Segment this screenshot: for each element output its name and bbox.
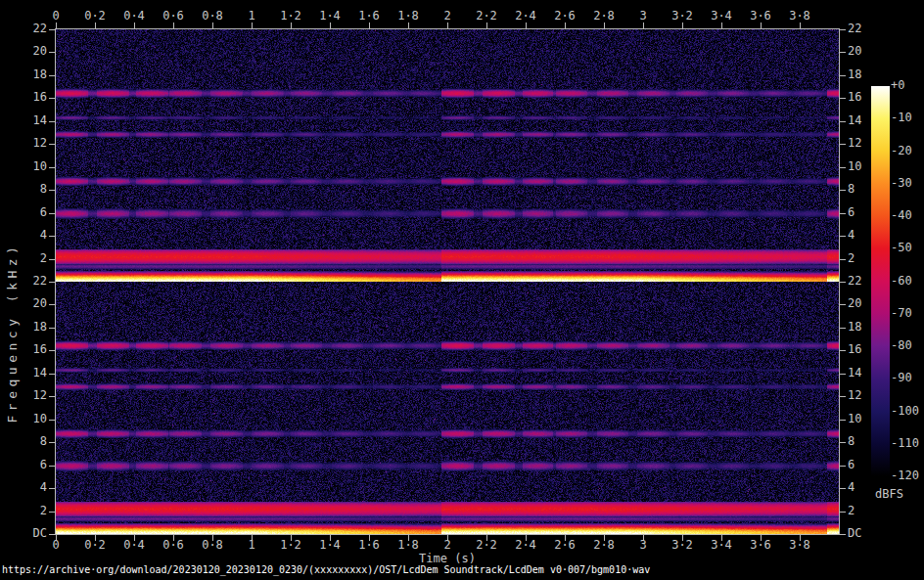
x-tick-label: 3·4	[700, 10, 743, 22]
x-tick-label: 0·2	[73, 10, 116, 22]
x-tick-label: 1·8	[387, 539, 430, 552]
colorbar-tick-label: -70	[891, 307, 912, 320]
y-tick-mark	[49, 350, 55, 351]
colorbar-tick-label: -90	[891, 372, 912, 384]
y-tick-mark	[840, 466, 846, 467]
y-tick-label: 8	[18, 183, 47, 196]
x-tick-label: 2·4	[504, 10, 547, 22]
y-tick-mark	[49, 190, 55, 191]
x-tick-label: 2	[426, 10, 469, 22]
y-tick-label: 12	[848, 389, 881, 402]
y-tick-label: 6	[848, 459, 881, 471]
y-tick-label: 14	[18, 367, 47, 379]
y-tick-mark	[840, 350, 846, 351]
y-tick-label: 12	[848, 137, 881, 150]
y-tick-label: 10	[848, 413, 881, 425]
y-tick-label: 10	[848, 160, 881, 173]
y-tick-label: 18	[18, 321, 47, 334]
y-tick-label: 2	[18, 505, 47, 517]
x-tick-label: 3·4	[700, 539, 743, 552]
y-tick-label: 12	[18, 137, 47, 150]
y-tick-mark	[49, 52, 55, 53]
x-tick-label: 3	[622, 10, 665, 22]
y-tick-mark	[840, 396, 846, 397]
colorbar-tick-label: -60	[891, 275, 912, 288]
y-tick-label: 20	[18, 45, 47, 58]
x-tick-mark	[682, 22, 683, 28]
x-tick-label: 3·6	[739, 10, 782, 22]
x-tick-label: 1·8	[387, 10, 430, 22]
x-tick-label: 3·2	[661, 539, 704, 552]
x-tick-label: 3·8	[778, 10, 821, 22]
x-tick-mark	[330, 22, 331, 28]
x-tick-label: 2·2	[465, 539, 508, 552]
x-tick-label: 1	[230, 539, 273, 552]
y-tick-mark	[840, 534, 846, 535]
y-tick-mark	[49, 144, 55, 145]
x-tick-label: 2·6	[543, 10, 586, 22]
y-tick-mark	[840, 98, 846, 99]
y-tick-mark	[840, 259, 846, 260]
y-tick-label: 22	[18, 22, 47, 35]
y-tick-label: 2	[848, 252, 881, 265]
x-tick-label: 0·8	[191, 10, 234, 22]
y-tick-label: 16	[18, 343, 47, 356]
y-tick-label: 6	[18, 206, 47, 219]
y-tick-label: 10	[18, 160, 47, 173]
x-tick-label: 3·6	[739, 539, 782, 552]
y-tick-mark	[49, 466, 55, 467]
x-tick-label: 1·2	[269, 539, 312, 552]
x-tick-mark	[721, 22, 722, 28]
plot-area	[55, 28, 840, 535]
y-dc-label: DC	[848, 527, 881, 540]
y-tick-mark	[49, 374, 55, 375]
x-tick-mark	[604, 22, 605, 28]
y-tick-label: 12	[18, 389, 47, 402]
colorbar-tick-label: -50	[891, 242, 912, 254]
y-tick-label: 10	[18, 413, 47, 425]
colorbar-tick-label: -100	[891, 405, 919, 418]
y-tick-mark	[840, 190, 846, 191]
y-tick-mark	[840, 213, 846, 214]
x-tick-label: 1·4	[308, 10, 351, 22]
x-tick-mark	[565, 22, 566, 28]
x-tick-label: 1	[230, 10, 273, 22]
y-tick-mark	[49, 396, 55, 397]
x-tick-mark	[212, 22, 213, 28]
y-tick-label: 8	[848, 183, 881, 196]
x-tick-label: 0·2	[73, 539, 116, 552]
x-tick-mark	[134, 22, 135, 28]
y-tick-label: 18	[18, 68, 47, 81]
y-tick-mark	[49, 259, 55, 260]
x-tick-label: 0·6	[152, 10, 195, 22]
x-tick-label: 2	[426, 539, 469, 552]
y-tick-label: 14	[18, 114, 47, 127]
x-tick-label: 2·6	[543, 539, 586, 552]
x-tick-label: 0	[34, 539, 77, 552]
y-tick-mark	[49, 512, 55, 513]
y-tick-label: 2	[848, 505, 881, 517]
x-tick-mark	[173, 22, 174, 28]
x-tick-mark	[252, 22, 253, 28]
colorbar-tick-label: -80	[891, 339, 912, 352]
y-tick-mark	[840, 167, 846, 168]
colorbar-tick-label: -120	[891, 469, 919, 482]
y-tick-label: 8	[18, 435, 47, 448]
y-tick-mark	[49, 75, 55, 76]
x-tick-label: 0·4	[113, 539, 156, 552]
x-tick-mark	[643, 22, 644, 28]
y-tick-label: 20	[18, 297, 47, 310]
y-tick-mark	[840, 328, 846, 329]
y-tick-mark	[49, 121, 55, 122]
x-tick-label: 0·4	[113, 10, 156, 22]
y-tick-mark	[840, 29, 846, 30]
y-tick-mark	[49, 98, 55, 99]
y-tick-label: 22	[18, 275, 47, 288]
y-tick-label: 8	[848, 435, 881, 448]
y-tick-mark	[49, 282, 55, 283]
y-tick-mark	[49, 236, 55, 237]
x-tick-mark	[800, 22, 801, 28]
x-tick-label: 1·4	[308, 539, 351, 552]
spectrogram-canvas-channel-2	[56, 282, 839, 534]
x-tick-label: 2·4	[504, 539, 547, 552]
